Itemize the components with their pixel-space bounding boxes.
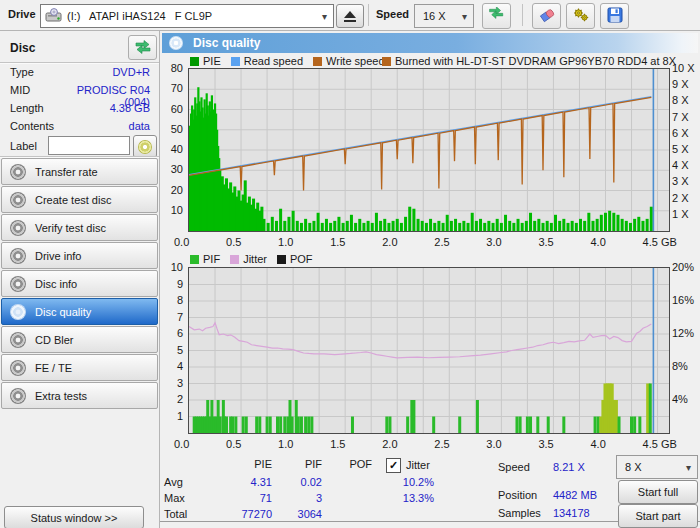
stat-row-label: Max xyxy=(164,492,185,504)
jitter-line xyxy=(189,323,651,358)
disc-icon xyxy=(10,248,26,264)
save-button[interactable] xyxy=(600,3,629,29)
x-axis-tick-label: 4.5 GB xyxy=(643,236,700,248)
pif-chart: PIFJitterPOF123456789104%8%12%16%20%0.00… xyxy=(160,253,700,458)
drive-label: Drive xyxy=(8,8,36,20)
y-axis-tick-label: 50 xyxy=(160,123,183,135)
stat-pie-value: 71 xyxy=(212,492,272,504)
legend-item: POF xyxy=(277,253,313,265)
speed-select-value: 16 X xyxy=(423,10,446,22)
jitter-checkbox-label: Jitter xyxy=(406,459,430,471)
y2-axis-tick-label: 12% xyxy=(672,327,694,339)
y2-axis-tick-label: 4 X xyxy=(672,159,689,171)
stat-jitter-value: 13.3% xyxy=(374,492,434,504)
refresh-icon xyxy=(488,7,506,25)
y2-axis-tick-label: 10 X xyxy=(672,62,695,74)
disc-field-label: Type xyxy=(10,66,34,78)
settings-button[interactable] xyxy=(566,3,595,29)
stat-col-header: POF xyxy=(332,458,372,470)
samples-readout-value: 134178 xyxy=(553,507,590,519)
speed-label: Speed xyxy=(376,8,409,20)
sidebar-item-label: Disc quality xyxy=(35,306,91,318)
y2-axis-tick-label: 7 X xyxy=(672,111,689,123)
refresh-button[interactable] xyxy=(482,3,511,29)
disc-icon xyxy=(10,276,26,292)
legend-item: Read speed xyxy=(231,55,303,67)
chevron-down-icon: ▾ xyxy=(462,11,467,22)
sidebar-item-fe-te[interactable]: FE / TE xyxy=(1,354,158,381)
speed-select[interactable]: 16 X ▾ xyxy=(414,4,474,28)
x-axis-tick-label: 2.5 xyxy=(434,438,494,450)
x-axis-tick-label: 1.0 xyxy=(278,438,338,450)
stat-pie-value: 77270 xyxy=(212,508,272,520)
speed-readout-value: 8.21 X xyxy=(553,461,585,473)
erase-disc-button[interactable] xyxy=(532,3,561,29)
scan-speed-select[interactable]: 8 X ▾ xyxy=(616,455,698,479)
y2-axis-tick-label: 1 X xyxy=(672,208,689,220)
write-label-button[interactable] xyxy=(133,135,157,158)
jitter-checkbox[interactable]: ✓ xyxy=(386,458,401,473)
chart-legend: PIFJitterPOF xyxy=(190,253,323,265)
sidebar-item-disc-info[interactable]: Disc info xyxy=(1,270,158,297)
write-speed-line xyxy=(189,97,651,190)
x-axis-tick-label: 3.5 xyxy=(538,438,598,450)
sidebar-item-verify-test-disc[interactable]: Verify test disc xyxy=(1,214,158,241)
x-axis-tick-label: 0.5 xyxy=(226,236,286,248)
disc-icon xyxy=(169,36,183,50)
eraser-icon xyxy=(538,7,556,25)
y-axis-tick-label: 6 xyxy=(160,327,183,339)
stat-pif-value: 3 xyxy=(282,492,322,504)
y-axis-tick-label: 9 xyxy=(160,278,183,290)
x-axis-tick-label: 4.0 xyxy=(590,236,650,248)
y2-axis-tick-label: 8% xyxy=(672,360,688,372)
refresh-icon xyxy=(134,39,152,57)
y2-axis-tick-label: 8 X xyxy=(672,94,689,106)
pif-bars xyxy=(193,384,652,434)
sidebar-item-extra-tests[interactable]: Extra tests xyxy=(1,382,158,409)
y-axis-tick-label: 10 xyxy=(160,204,183,216)
legend-item: Jitter xyxy=(230,253,267,265)
stat-row-label: Total xyxy=(164,508,187,520)
x-axis-tick-label: 2.0 xyxy=(382,438,442,450)
x-axis-tick-label: 1.5 xyxy=(330,236,390,248)
sidebar-item-cd-bler[interactable]: CD Bler xyxy=(1,326,158,353)
chart-legend: PIERead speedWrite speed xyxy=(190,55,395,67)
position-readout-value: 4482 MB xyxy=(553,489,597,501)
disc-field-value: DVD+R xyxy=(60,66,150,78)
x-axis-tick-label: 3.0 xyxy=(486,236,546,248)
x-axis-tick-label: 3.0 xyxy=(486,438,546,450)
drive-icon xyxy=(45,8,63,26)
refresh-disc-button[interactable] xyxy=(128,35,157,60)
page-title: Disc quality xyxy=(193,36,260,50)
y2-axis-tick-label: 16% xyxy=(672,294,694,306)
drive-select[interactable]: (I:) ATAPI iHAS124 F CL9P ▾ xyxy=(40,4,334,28)
start-full-button[interactable]: Start full xyxy=(618,480,698,504)
burn-info-legend: Burned with HL-DT-ST DVDRAM GP96YB70 RDD… xyxy=(382,55,676,67)
burn-info-label: Burned with HL-DT-ST DVDRAM GP96YB70 RDD… xyxy=(395,55,676,67)
y2-axis-tick-label: 9 X xyxy=(672,78,689,90)
x-axis-tick-label: 4.5 GB xyxy=(643,438,700,450)
status-window-button[interactable]: Status window >> xyxy=(4,506,144,528)
scan-speed-value: 8 X xyxy=(625,461,642,473)
y-axis-tick-label: 40 xyxy=(160,143,183,155)
x-axis-tick-label: 0.0 xyxy=(174,438,234,450)
y-axis-tick-label: 10 xyxy=(160,261,183,273)
sidebar-item-create-test-disc[interactable]: Create test disc xyxy=(1,186,158,213)
stat-pie-value: 4.31 xyxy=(212,476,272,488)
disc-label-input[interactable] xyxy=(48,136,130,155)
x-axis-tick-label: 3.5 xyxy=(538,236,598,248)
sidebar: Disc TypeDVD+RMIDPRODISC R04 (004)Length… xyxy=(0,31,160,528)
start-part-button[interactable]: Start part xyxy=(618,504,698,528)
sidebar-item-label: Verify test disc xyxy=(35,222,106,234)
toolbar: Drive (I:) ATAPI iHAS124 F CL9P ▾ Sp xyxy=(0,0,700,31)
y-axis-tick-label: 8 xyxy=(160,294,183,306)
start-part-label: Start part xyxy=(635,510,680,522)
stat-row-label: Avg xyxy=(164,476,183,488)
sidebar-item-drive-info[interactable]: Drive info xyxy=(1,242,158,269)
save-icon xyxy=(607,7,623,25)
y2-axis-tick-label: 6 X xyxy=(672,127,689,139)
disc-icon xyxy=(10,304,26,320)
sidebar-item-disc-quality[interactable]: Disc quality xyxy=(1,298,158,325)
sidebar-item-transfer-rate[interactable]: Transfer rate xyxy=(1,158,158,185)
eject-button[interactable] xyxy=(336,4,364,28)
